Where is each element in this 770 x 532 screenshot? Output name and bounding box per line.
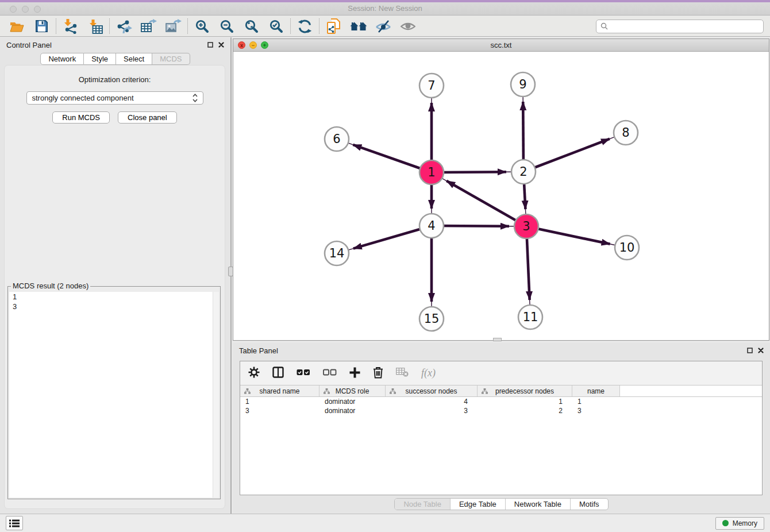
deselect-all-button[interactable]	[323, 369, 337, 377]
network-window-titlebar[interactable]: x − + scc.txt	[233, 39, 769, 52]
tab-node-table[interactable]: Node Table	[395, 499, 450, 510]
control-panel-tabs: Network Style Select MCDS	[0, 53, 230, 65]
cell-mcds-role: dominator	[319, 398, 386, 406]
graph-node-1[interactable]: 1	[419, 160, 444, 184]
first-neighbors-button[interactable]	[346, 17, 371, 35]
toolbar-separator	[290, 18, 291, 34]
network-maximize-icon[interactable]: +	[261, 41, 268, 49]
graph-node-label: 3	[522, 219, 530, 233]
tab-motifs[interactable]: Motifs	[570, 499, 608, 510]
column-tree-icon	[390, 388, 396, 394]
delete-column-button[interactable]	[373, 367, 383, 380]
column-header-mcds-role[interactable]: MCDS role	[319, 385, 386, 396]
table-panel-header: Table Panel	[233, 343, 770, 358]
tab-network[interactable]: Network	[40, 53, 84, 65]
column-tree-icon	[324, 388, 330, 394]
table-panel: Table Panel f(x) shared name MCDS role s…	[233, 343, 770, 514]
select-all-button[interactable]	[297, 369, 310, 377]
graph-node-8[interactable]: 8	[614, 121, 638, 145]
column-header-shared-name[interactable]: shared name	[240, 385, 319, 396]
table-settings-button[interactable]	[248, 367, 260, 380]
column-header-predecessor-nodes[interactable]: predecessor nodes	[478, 385, 572, 396]
column-tree-icon	[482, 388, 488, 394]
zoom-fit-button[interactable]	[239, 17, 264, 35]
graph-node-15[interactable]: 15	[419, 307, 444, 331]
column-header-name[interactable]: name	[572, 385, 620, 396]
table-row[interactable]: 1 dominator 4 1 1	[240, 397, 762, 406]
tab-style[interactable]: Style	[84, 53, 116, 65]
mcds-result-text[interactable]: 1 3	[9, 292, 219, 498]
zoom-out-button[interactable]	[214, 17, 239, 35]
result-scrollbar[interactable]	[213, 292, 219, 498]
refresh-arrows-icon	[298, 20, 312, 33]
tab-select[interactable]: Select	[116, 53, 152, 65]
dropdown-stepper-icon	[192, 94, 198, 102]
zoom-in-icon	[195, 19, 209, 33]
network-minimize-icon[interactable]: −	[249, 41, 257, 49]
memory-button[interactable]: Memory	[715, 517, 764, 530]
network-close-icon[interactable]: x	[238, 41, 245, 49]
node-table-container: f(x) shared name MCDS role successor nod…	[240, 361, 763, 495]
mcds-result-line: 1	[9, 292, 219, 302]
two-houses-icon	[350, 20, 367, 33]
eye-icon	[401, 21, 415, 32]
run-mcds-button[interactable]: Run MCDS	[52, 111, 110, 124]
zoom-in-button[interactable]	[190, 17, 214, 35]
import-table-button[interactable]	[83, 17, 107, 35]
table-row[interactable]: 3 dominator 3 2 3	[240, 406, 762, 415]
save-session-button[interactable]	[29, 17, 54, 35]
graph-node-10[interactable]: 10	[615, 236, 639, 260]
delete-table-button[interactable]	[396, 368, 409, 379]
table-header-row: shared name MCDS role successor nodes pr…	[240, 385, 762, 397]
graph-node-9[interactable]: 9	[511, 72, 535, 97]
close-panel-icon[interactable]	[218, 42, 224, 48]
task-history-button[interactable]	[6, 516, 23, 530]
tab-edge-table[interactable]: Edge Table	[450, 499, 505, 510]
float-panel-icon[interactable]	[747, 348, 753, 353]
graph-node-2[interactable]: 2	[511, 160, 536, 184]
graph-node-4[interactable]: 4	[419, 214, 444, 238]
network-canvas[interactable]: 7968124314101511	[233, 52, 769, 340]
search-box[interactable]	[596, 20, 764, 33]
import-network-button[interactable]	[58, 17, 83, 35]
show-columns-button[interactable]	[272, 367, 284, 380]
export-table-button[interactable]	[136, 17, 161, 35]
graph-edge-3-10[interactable]	[526, 226, 610, 244]
apply-layout-button[interactable]	[292, 17, 317, 35]
gear-icon	[248, 367, 260, 378]
horizontal-splitter-handle[interactable]	[493, 338, 502, 341]
toolbar-separator	[187, 18, 188, 34]
cell-successor-nodes: 4	[386, 398, 478, 406]
new-network-from-selection-button[interactable]	[321, 17, 346, 35]
close-panel-icon[interactable]	[758, 348, 764, 353]
open-session-button[interactable]	[5, 17, 29, 35]
graph-node-11[interactable]: 11	[518, 305, 542, 329]
network-title: scc.txt	[233, 41, 769, 49]
float-panel-icon[interactable]	[207, 42, 213, 48]
zoom-selected-button[interactable]	[264, 17, 288, 35]
graph-node-7[interactable]: 7	[419, 74, 444, 98]
add-column-button[interactable]	[349, 367, 360, 380]
criterion-dropdown[interactable]: strongly connected component	[26, 91, 203, 105]
copy-network-icon	[326, 18, 341, 34]
graph-node-6[interactable]: 6	[325, 127, 349, 151]
graph-node-3[interactable]: 3	[514, 214, 538, 238]
show-all-button[interactable]	[395, 17, 420, 35]
graph-edge-3-1[interactable]	[446, 181, 526, 226]
function-builder-button[interactable]: f(x)	[421, 367, 436, 379]
hide-selected-button[interactable]	[371, 17, 395, 35]
tab-network-table[interactable]: Network Table	[505, 499, 570, 510]
column-header-successor-nodes[interactable]: successor nodes	[386, 385, 478, 396]
graph-edge-2-8[interactable]	[523, 139, 610, 172]
tab-mcds[interactable]: MCDS	[152, 53, 190, 65]
export-network-button[interactable]	[111, 17, 136, 35]
cell-successor-nodes: 3	[386, 407, 478, 415]
main-toolbar	[0, 16, 770, 37]
graph-node-label: 9	[519, 78, 526, 91]
export-image-button[interactable]	[161, 17, 186, 35]
cell-mcds-role: dominator	[319, 407, 386, 415]
graph-node-14[interactable]: 14	[325, 241, 349, 265]
close-panel-button[interactable]: Close panel	[118, 111, 177, 124]
trash-icon	[373, 367, 383, 379]
search-input[interactable]	[611, 21, 759, 31]
